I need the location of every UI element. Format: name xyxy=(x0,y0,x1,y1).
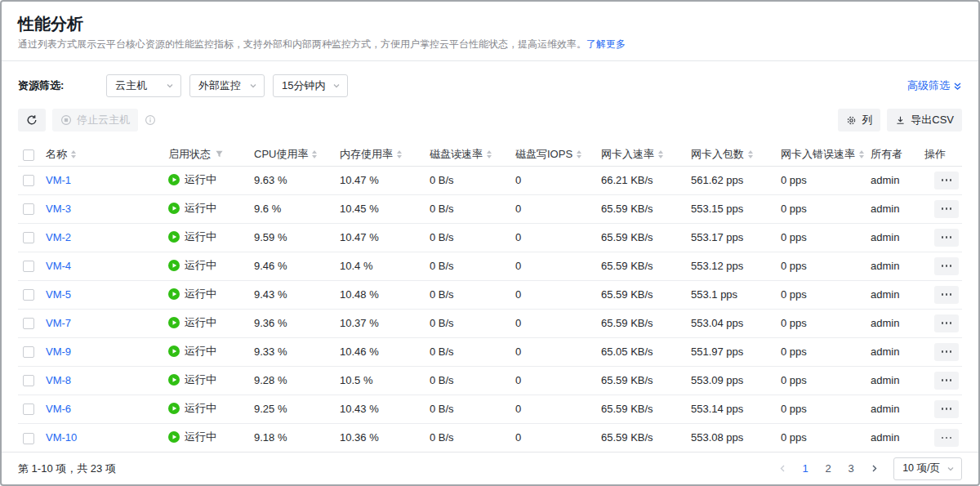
owner-cell: admin xyxy=(871,252,918,280)
vm-name-link[interactable]: VM-7 xyxy=(46,317,71,329)
row-checkbox[interactable] xyxy=(23,433,34,444)
select-all-checkbox[interactable] xyxy=(23,149,34,161)
vm-name-link[interactable]: VM-9 xyxy=(46,346,71,358)
mem-usage-cell: 10.46 % xyxy=(340,337,430,366)
sort-icon[interactable] xyxy=(397,150,402,158)
row-checkbox[interactable] xyxy=(23,318,34,329)
page-header: 性能分析 通过列表方式展示云平台核心资源的性能监控指标，支持外部和内部两种监控方… xyxy=(2,2,978,60)
columns-button[interactable]: 列 xyxy=(838,109,880,132)
vm-name-link[interactable]: VM-8 xyxy=(46,374,71,386)
row-actions-button[interactable] xyxy=(934,257,959,275)
col-header-disk-iops[interactable]: 磁盘写IOPS xyxy=(515,143,601,166)
sort-icon[interactable] xyxy=(658,150,663,158)
col-header-net-pkts[interactable]: 网卡入包数 xyxy=(691,143,781,166)
page-size-select[interactable]: 10 项/页 xyxy=(893,457,962,480)
disk-read-cell: 0 B/s xyxy=(430,166,515,194)
row-actions-button[interactable] xyxy=(934,343,959,361)
col-header-net-err[interactable]: 网卡入错误速率 xyxy=(781,143,871,166)
sort-icon[interactable] xyxy=(577,150,581,158)
page-description: 通过列表方式展示云平台核心资源的性能监控指标，支持外部和内部两种监控方式，方便用… xyxy=(18,38,962,51)
row-checkbox[interactable] xyxy=(23,175,34,186)
vm-name-link[interactable]: VM-2 xyxy=(46,231,71,243)
prev-page-button[interactable] xyxy=(773,459,791,479)
vm-name-link[interactable]: VM-4 xyxy=(46,260,71,272)
owner-cell: admin xyxy=(871,366,918,395)
filter-label: 资源筛选: xyxy=(18,78,106,93)
filter-funnel-icon[interactable] xyxy=(215,149,224,158)
col-header-cpu[interactable]: CPU使用率 xyxy=(254,143,340,166)
sort-icon[interactable] xyxy=(312,150,317,158)
row-actions-button[interactable] xyxy=(934,286,959,304)
owner-cell: admin xyxy=(871,395,918,423)
cpu-usage-cell: 9.36 % xyxy=(254,309,340,337)
status-label: 运行中 xyxy=(185,258,216,273)
page-button-2[interactable]: 2 xyxy=(819,459,837,479)
running-status-icon xyxy=(168,288,180,300)
header-divider xyxy=(2,60,978,61)
vm-name-link[interactable]: VM-6 xyxy=(46,403,71,415)
net-rate-cell: 65.59 KB/s xyxy=(601,309,691,337)
export-csv-button[interactable]: 导出CSV xyxy=(887,109,962,132)
status-label: 运行中 xyxy=(185,315,216,330)
sort-icon[interactable] xyxy=(859,150,864,158)
vm-name-link[interactable]: VM-3 xyxy=(46,203,71,215)
net-err-cell: 0 pps xyxy=(781,309,871,337)
sort-icon[interactable] xyxy=(71,150,76,158)
row-checkbox[interactable] xyxy=(23,261,34,272)
advanced-filter-link[interactable]: 高级筛选 xyxy=(907,78,962,93)
col-header-mem[interactable]: 内存使用率 xyxy=(340,143,430,166)
net-rate-cell: 65.59 KB/s xyxy=(601,395,691,423)
col-header-disk-read[interactable]: 磁盘读速率 xyxy=(430,143,515,166)
vm-name-link[interactable]: VM-10 xyxy=(46,431,77,444)
row-actions-button[interactable] xyxy=(934,372,959,390)
status-label: 运行中 xyxy=(185,344,216,359)
row-actions-button[interactable] xyxy=(934,400,959,418)
col-header-owner: 所有者 xyxy=(871,143,918,166)
row-checkbox[interactable] xyxy=(23,404,34,415)
page-title: 性能分析 xyxy=(18,13,962,34)
row-checkbox[interactable] xyxy=(23,375,34,386)
resource-type-select[interactable]: 云主机 xyxy=(106,74,181,97)
owner-cell: admin xyxy=(871,280,918,309)
next-page-button[interactable] xyxy=(865,459,883,479)
pagination: 1 2 3 10 项/页 xyxy=(771,457,962,480)
row-actions-button[interactable] xyxy=(934,172,959,189)
page-button-3[interactable]: 3 xyxy=(842,459,860,479)
columns-label: 列 xyxy=(862,113,872,127)
running-status-icon xyxy=(168,346,180,357)
vm-name-link[interactable]: VM-5 xyxy=(46,288,71,301)
cpu-usage-cell: 9.18 % xyxy=(254,423,340,452)
net-rate-cell: 65.59 KB/s xyxy=(601,280,691,309)
filter-row: 资源筛选: 云主机 外部监控 15分钟内 高级筛选 xyxy=(2,74,978,97)
toolbar-right: 列 导出CSV xyxy=(838,109,962,132)
table-header-row: 名称 启用状态 CPU使用率 内存使用率 磁盘读速率 磁盘写IOPS 网卡入速率… xyxy=(18,143,962,166)
col-header-status[interactable]: 启用状态 xyxy=(168,143,254,166)
row-checkbox[interactable] xyxy=(23,346,34,358)
row-checkbox[interactable] xyxy=(23,232,34,243)
cpu-usage-cell: 9.46 % xyxy=(254,252,340,280)
col-header-net-rate[interactable]: 网卡入速率 xyxy=(601,143,691,166)
row-actions-button[interactable] xyxy=(934,429,959,447)
row-actions-button[interactable] xyxy=(934,200,959,218)
export-csv-label: 导出CSV xyxy=(911,113,954,127)
mem-usage-cell: 10.47 % xyxy=(340,166,430,194)
stop-icon xyxy=(60,114,72,126)
chevron-down-icon xyxy=(166,82,174,90)
time-range-select[interactable]: 15分钟内 xyxy=(273,74,348,97)
row-actions-button[interactable] xyxy=(934,314,959,332)
sort-icon[interactable] xyxy=(487,150,492,158)
page-button-1[interactable]: 1 xyxy=(796,459,814,479)
learn-more-link[interactable]: 了解更多 xyxy=(586,38,626,50)
row-checkbox[interactable] xyxy=(23,203,34,215)
net-rate-cell: 65.05 KB/s xyxy=(601,337,691,366)
row-checkbox[interactable] xyxy=(23,289,34,301)
row-actions-button[interactable] xyxy=(934,229,959,247)
vm-name-link[interactable]: VM-1 xyxy=(46,174,71,186)
sort-icon[interactable] xyxy=(748,150,753,158)
col-header-name[interactable]: 名称 xyxy=(46,143,168,166)
refresh-button[interactable] xyxy=(18,109,46,132)
info-icon[interactable] xyxy=(145,114,156,126)
owner-cell: admin xyxy=(871,166,918,194)
monitor-type-select[interactable]: 外部监控 xyxy=(189,74,265,97)
stop-vm-button[interactable]: 停止云主机 xyxy=(52,109,138,132)
